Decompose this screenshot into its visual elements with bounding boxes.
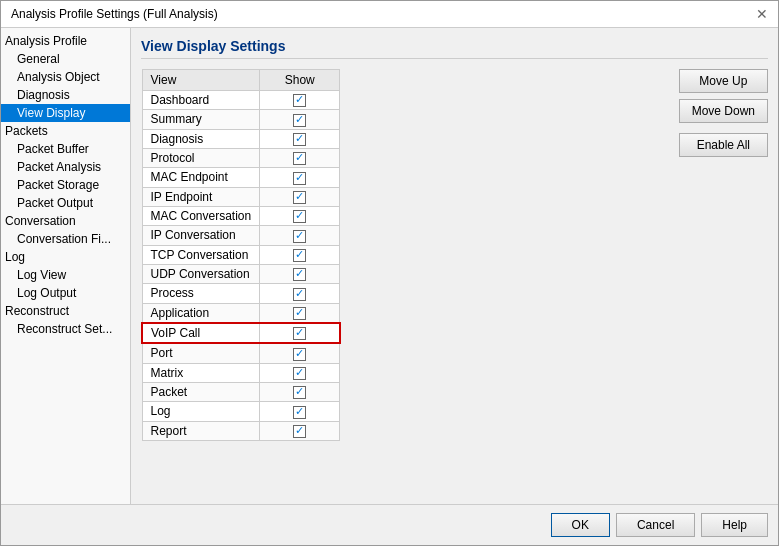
- row-show-checkbox[interactable]: [260, 129, 340, 148]
- row-view-label: Port: [142, 343, 260, 363]
- table-row[interactable]: TCP Conversation: [142, 245, 340, 264]
- table-area: View Show DashboardSummaryDiagnosisProto…: [141, 69, 768, 494]
- row-view-label: MAC Conversation: [142, 206, 260, 225]
- row-view-label: TCP Conversation: [142, 245, 260, 264]
- table-row[interactable]: MAC Conversation: [142, 206, 340, 225]
- row-view-label: Report: [142, 421, 260, 440]
- sidebar-item-log[interactable]: Log: [1, 248, 130, 266]
- table-row[interactable]: IP Conversation: [142, 226, 340, 245]
- table-row[interactable]: Process: [142, 284, 340, 303]
- cancel-button[interactable]: Cancel: [616, 513, 695, 537]
- checkbox-icon: [293, 230, 306, 243]
- row-show-checkbox[interactable]: [260, 363, 340, 382]
- checkbox-icon: [293, 425, 306, 438]
- sidebar-item-packet-storage[interactable]: Packet Storage: [1, 176, 130, 194]
- dialog-body: Analysis ProfileGeneralAnalysis ObjectDi…: [1, 28, 778, 504]
- sidebar-item-analysis-object[interactable]: Analysis Object: [1, 68, 130, 86]
- table-row[interactable]: Matrix: [142, 363, 340, 382]
- sidebar: Analysis ProfileGeneralAnalysis ObjectDi…: [1, 28, 131, 504]
- row-show-checkbox[interactable]: [260, 284, 340, 303]
- row-view-label: UDP Conversation: [142, 264, 260, 283]
- sidebar-item-conversation-fi[interactable]: Conversation Fi...: [1, 230, 130, 248]
- row-show-checkbox[interactable]: [260, 264, 340, 283]
- row-show-checkbox[interactable]: [260, 245, 340, 264]
- analysis-profile-dialog: Analysis Profile Settings (Full Analysis…: [0, 0, 779, 546]
- row-show-checkbox[interactable]: [260, 421, 340, 440]
- dialog-title: Analysis Profile Settings (Full Analysis…: [11, 7, 218, 21]
- sidebar-item-general[interactable]: General: [1, 50, 130, 68]
- checkbox-icon: [293, 406, 306, 419]
- sidebar-item-packet-buffer[interactable]: Packet Buffer: [1, 140, 130, 158]
- right-buttons: Move Up Move Down Enable All: [669, 69, 768, 494]
- checkbox-icon: [293, 268, 306, 281]
- move-down-button[interactable]: Move Down: [679, 99, 768, 123]
- sidebar-item-diagnosis[interactable]: Diagnosis: [1, 86, 130, 104]
- sidebar-item-log-output[interactable]: Log Output: [1, 284, 130, 302]
- move-up-button[interactable]: Move Up: [679, 69, 768, 93]
- table-row[interactable]: Log: [142, 402, 340, 421]
- sidebar-item-packets[interactable]: Packets: [1, 122, 130, 140]
- section-title: View Display Settings: [141, 38, 768, 59]
- table-row[interactable]: VoIP Call: [142, 323, 340, 343]
- row-view-label: VoIP Call: [142, 323, 260, 343]
- row-show-checkbox[interactable]: [260, 402, 340, 421]
- table-wrapper: View Show DashboardSummaryDiagnosisProto…: [141, 69, 669, 494]
- view-display-table: View Show DashboardSummaryDiagnosisProto…: [141, 69, 341, 441]
- title-bar: Analysis Profile Settings (Full Analysis…: [1, 1, 778, 28]
- table-row[interactable]: Summary: [142, 110, 340, 129]
- row-view-label: Application: [142, 303, 260, 323]
- table-row[interactable]: Application: [142, 303, 340, 323]
- table-row[interactable]: Diagnosis: [142, 129, 340, 148]
- row-view-label: MAC Endpoint: [142, 168, 260, 187]
- row-show-checkbox[interactable]: [260, 206, 340, 225]
- checkbox-icon: [293, 307, 306, 320]
- ok-button[interactable]: OK: [551, 513, 610, 537]
- row-view-label: Diagnosis: [142, 129, 260, 148]
- table-row[interactable]: IP Endpoint: [142, 187, 340, 206]
- row-show-checkbox[interactable]: [260, 168, 340, 187]
- sidebar-item-packet-analysis[interactable]: Packet Analysis: [1, 158, 130, 176]
- sidebar-item-reconstruct[interactable]: Reconstruct: [1, 302, 130, 320]
- row-view-label: Matrix: [142, 363, 260, 382]
- checkbox-icon: [293, 114, 306, 127]
- row-view-label: IP Endpoint: [142, 187, 260, 206]
- checkbox-icon: [293, 94, 306, 107]
- sidebar-item-packet-output[interactable]: Packet Output: [1, 194, 130, 212]
- table-row[interactable]: Protocol: [142, 148, 340, 167]
- row-show-checkbox[interactable]: [260, 91, 340, 110]
- row-show-checkbox[interactable]: [260, 323, 340, 343]
- row-view-label: Packet: [142, 382, 260, 401]
- table-row[interactable]: UDP Conversation: [142, 264, 340, 283]
- sidebar-item-reconstruct-set[interactable]: Reconstruct Set...: [1, 320, 130, 338]
- checkbox-icon: [293, 210, 306, 223]
- table-row[interactable]: Port: [142, 343, 340, 363]
- row-show-checkbox[interactable]: [260, 187, 340, 206]
- row-view-label: Process: [142, 284, 260, 303]
- sidebar-item-view-display[interactable]: View Display: [1, 104, 130, 122]
- close-button[interactable]: ✕: [756, 7, 768, 21]
- row-show-checkbox[interactable]: [260, 226, 340, 245]
- row-view-label: Protocol: [142, 148, 260, 167]
- enable-all-button[interactable]: Enable All: [679, 133, 768, 157]
- sidebar-item-analysis-profile[interactable]: Analysis Profile: [1, 32, 130, 50]
- table-row[interactable]: Report: [142, 421, 340, 440]
- table-row[interactable]: MAC Endpoint: [142, 168, 340, 187]
- table-row[interactable]: Dashboard: [142, 91, 340, 110]
- checkbox-icon: [293, 133, 306, 146]
- sidebar-item-log-view[interactable]: Log View: [1, 266, 130, 284]
- checkbox-icon: [293, 191, 306, 204]
- row-show-checkbox[interactable]: [260, 382, 340, 401]
- checkbox-icon: [293, 327, 306, 340]
- checkbox-icon: [293, 288, 306, 301]
- row-view-label: IP Conversation: [142, 226, 260, 245]
- sidebar-item-conversation[interactable]: Conversation: [1, 212, 130, 230]
- row-show-checkbox[interactable]: [260, 303, 340, 323]
- row-show-checkbox[interactable]: [260, 343, 340, 363]
- col-show: Show: [260, 70, 340, 91]
- help-button[interactable]: Help: [701, 513, 768, 537]
- row-view-label: Summary: [142, 110, 260, 129]
- row-show-checkbox[interactable]: [260, 110, 340, 129]
- main-content: View Display Settings View Show Dashboar…: [131, 28, 778, 504]
- row-show-checkbox[interactable]: [260, 148, 340, 167]
- table-row[interactable]: Packet: [142, 382, 340, 401]
